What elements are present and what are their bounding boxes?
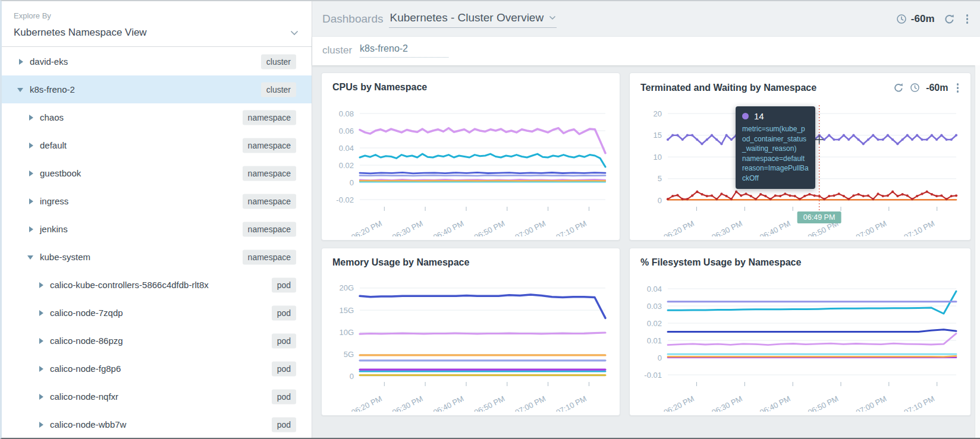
tree-item-label: default [40, 140, 67, 150]
series-color-dot [742, 113, 749, 119]
filesystem-usage-chart[interactable]: 0.040.030.020.010-0.0106:20 PM06:30 PM06… [636, 274, 966, 412]
panel-header: Terminated and Waiting by Namespace -60m [630, 73, 970, 94]
tree-item-calico-node-7zqdp[interactable]: calico-node-7zqdppod [2, 299, 312, 327]
tree-collapsed-arrow-icon[interactable] [39, 366, 45, 372]
scope-key-label: cluster [322, 45, 352, 56]
chevron-down-icon [549, 15, 556, 20]
tree-item-k8s-freno-2[interactable]: k8s-freno-2cluster [2, 75, 312, 103]
sidebar-header: Explore By Kubernetes Namespace View [2, 1, 312, 47]
svg-text:06:20 PM: 06:20 PM [350, 394, 383, 412]
tree-collapsed-arrow-icon[interactable] [39, 422, 45, 428]
clock-icon[interactable] [910, 83, 920, 93]
tree-item-jenkins[interactable]: jenkinsnamespace [2, 215, 312, 243]
panel-header: Memory Usage by Namespace [322, 248, 620, 268]
tree-item-label: guestbook [40, 168, 81, 178]
svg-text:07:10 PM: 07:10 PM [903, 394, 936, 412]
svg-text:07:00 PM: 07:00 PM [855, 394, 888, 412]
svg-text:06:30 PM: 06:30 PM [710, 219, 743, 236]
tree-item-default[interactable]: defaultnamespace [2, 131, 312, 159]
panel-filesystem-usage: % Filesystem Usage by Namespace 0.040.03… [629, 248, 971, 416]
svg-text:06:40 PM: 06:40 PM [432, 394, 465, 412]
tree-collapsed-arrow-icon[interactable] [29, 115, 34, 121]
tree-collapsed-arrow-icon[interactable] [39, 310, 45, 316]
tree-collapsed-arrow-icon[interactable] [29, 226, 34, 232]
time-range-label: -60m [911, 13, 935, 25]
svg-text:06:40 PM: 06:40 PM [758, 394, 791, 412]
tooltip-metric-line: metric=sum(kube_pod_container_status_wai… [742, 124, 809, 154]
svg-text:0.04: 0.04 [339, 144, 354, 153]
grouping-selector[interactable]: Kubernetes Namespace View [14, 27, 299, 39]
main-topbar: Dashboards Kubernetes - Cluster Overview… [312, 1, 980, 37]
svg-text:0.02: 0.02 [339, 161, 354, 170]
refresh-button[interactable] [893, 83, 904, 93]
type-badge: namespace [243, 194, 296, 209]
panel-terminated-waiting: Terminated and Waiting by Namespace -60m… [629, 72, 971, 241]
cpus-chart[interactable]: 0.080.060.040.020-0.0206:20 PM06:30 PM06… [328, 99, 615, 236]
panel-title: Terminated and Waiting by Namespace [640, 83, 816, 93]
tree-item-label: calico-node-86pzg [50, 336, 123, 346]
tooltip-reason-line: reason=ImagePullBackOff [742, 163, 809, 183]
svg-text:-0.01: -0.01 [644, 371, 662, 380]
svg-text:07:10 PM: 07:10 PM [554, 219, 588, 236]
svg-text:0.01: 0.01 [647, 336, 662, 345]
sidebar-tree: david-eksclusterk8s-freno-2clusterchaosn… [2, 47, 312, 438]
svg-text:0: 0 [350, 372, 354, 381]
type-badge: namespace [243, 166, 296, 181]
memory-usage-chart[interactable]: 20G15G10G5G006:20 PM06:30 PM06:40 PM06:5… [328, 274, 615, 412]
tree-item-guestbook[interactable]: guestbooknamespace [2, 159, 312, 187]
scope-value-selector[interactable]: k8s-freno-2 [360, 43, 448, 58]
svg-text:06:40 PM: 06:40 PM [758, 219, 791, 236]
tree-item-calico-kube-controllers-5866c4dfdb-rlt8x[interactable]: calico-kube-controllers-5866c4dfdb-rlt8x… [2, 271, 312, 299]
tree-collapsed-arrow-icon[interactable] [18, 59, 24, 65]
tree-item-calico-node-nqfxr[interactable]: calico-node-nqfxrpod [2, 383, 312, 410]
svg-text:06:50 PM: 06:50 PM [473, 219, 506, 236]
dashboard-selector[interactable]: Kubernetes - Cluster Overview [389, 10, 557, 28]
panel-time-range-label[interactable]: -60m [926, 83, 948, 93]
kebab-menu-icon[interactable] [964, 13, 971, 25]
tree-item-label: jenkins [40, 224, 68, 234]
tree-collapsed-arrow-icon[interactable] [39, 338, 45, 344]
tree-item-label: calico-node-nqfxr [50, 391, 118, 402]
tree-item-label: calico-node-7zqdp [50, 308, 123, 318]
type-badge: namespace [243, 249, 296, 264]
svg-text:20: 20 [654, 109, 662, 118]
tree-item-kube-system[interactable]: kube-systemnamespace [2, 243, 312, 271]
tree-item-david-eks[interactable]: david-ekscluster [2, 48, 312, 75]
tree-expanded-arrow-icon[interactable] [29, 254, 34, 260]
tree-collapsed-arrow-icon[interactable] [39, 282, 45, 288]
tree-item-calico-node-wbb7w[interactable]: calico-node-wbb7wpod [2, 410, 312, 438]
sidebar: Explore By Kubernetes Namespace View dav… [2, 1, 312, 438]
time-range-control[interactable]: -60m [896, 13, 935, 25]
tree-collapsed-arrow-icon[interactable] [39, 394, 45, 400]
tooltip-namespace-line: namespace=default [742, 154, 809, 164]
svg-text:06:20 PM: 06:20 PM [662, 394, 695, 412]
main-content: Dashboards Kubernetes - Cluster Overview… [312, 1, 980, 438]
svg-text:0: 0 [658, 196, 662, 205]
svg-text:06:50 PM: 06:50 PM [473, 394, 506, 412]
topbar-controls: -60m [896, 13, 970, 25]
tree-item-ingress[interactable]: ingressnamespace [2, 187, 312, 215]
svg-text:0.08: 0.08 [339, 109, 354, 118]
dashboard-name: Kubernetes - Cluster Overview [390, 11, 544, 24]
svg-text:10: 10 [654, 153, 662, 162]
panel-controls: -60m [893, 82, 961, 94]
refresh-button[interactable] [944, 14, 955, 25]
svg-text:0.03: 0.03 [647, 302, 662, 311]
tree-collapsed-arrow-icon[interactable] [29, 143, 34, 149]
tree-collapsed-arrow-icon[interactable] [29, 198, 34, 204]
kebab-menu-icon[interactable] [954, 82, 962, 94]
svg-text:07:10 PM: 07:10 PM [903, 219, 936, 236]
chart-svg: 0.040.030.020.010-0.0106:20 PM06:30 PM06… [636, 274, 966, 412]
svg-text:0: 0 [350, 178, 354, 187]
scope-bar: cluster k8s-freno-2 [312, 37, 980, 65]
tree-item-chaos[interactable]: chaosnamespace [2, 103, 312, 131]
tree-item-calico-node-fg8p6[interactable]: calico-node-fg8p6pod [2, 355, 312, 383]
type-badge: pod [272, 361, 296, 376]
tree-item-calico-node-86pzg[interactable]: calico-node-86pzgpod [2, 327, 312, 355]
scrollbar-track[interactable] [975, 65, 980, 438]
tree-collapsed-arrow-icon[interactable] [29, 170, 34, 176]
type-badge: pod [272, 417, 296, 432]
tree-expanded-arrow-icon[interactable] [18, 87, 24, 93]
tree-item-label: chaos [40, 112, 64, 122]
tree-item-label: kube-system [40, 252, 90, 262]
